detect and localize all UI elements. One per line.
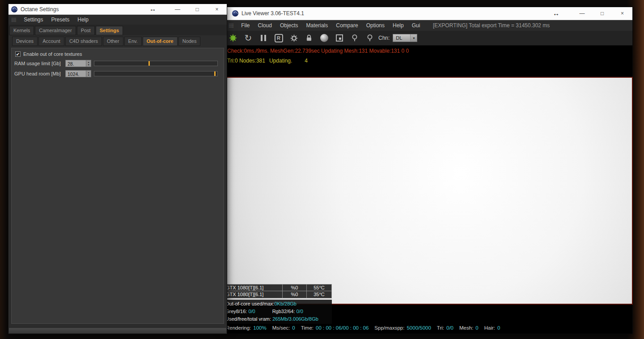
ram-usage-label: RAM usage limit [Gb]	[14, 61, 61, 66]
node-status-text: Tri:0 Nodes:381Updating.4	[227, 58, 632, 64]
restart-icon: R	[275, 34, 283, 42]
gpu-name: GTX 1080[T][6.1]	[225, 285, 283, 291]
gpu-stats-overlay: GTX 1080[T][6.1] %0 55°C GTX 1080[T][6.1…	[224, 284, 332, 324]
restart-button[interactable]: R	[271, 31, 286, 46]
desktop-background: Live Viewer 3.06-TEST4.1 ↔ — □ × ⣿⣿ File…	[0, 0, 644, 339]
ram-usage-spinbox[interactable]: 28. ▴▾	[65, 60, 91, 67]
render-viewport[interactable]	[224, 77, 633, 305]
gpu-headroom-slider[interactable]	[94, 71, 218, 76]
tab-cameraimager[interactable]: CameraImager	[35, 26, 76, 35]
window-resize-bar[interactable]	[9, 327, 226, 333]
node-counts: Tri:0 Nodes:381	[227, 58, 265, 64]
time-segment: Time:00 : 00 : 06/00 : 00 : 06	[301, 325, 369, 331]
menu-grip-icon[interactable]: ⣿⣿	[11, 17, 16, 22]
subtab-out-of-core[interactable]: Out-of-core	[143, 37, 178, 46]
vram-value: 265Mb/3.006Gb/8Gb	[272, 316, 318, 322]
live-viewer-titlebar[interactable]: Live Viewer 3.06-TEST4.1 ↔ — □ ×	[224, 7, 632, 20]
octane-settings-titlebar[interactable]: Octane Settings ↔ — □ ×	[8, 4, 227, 15]
gpu-headroom-spinbox[interactable]: 1024. ▴▾	[65, 70, 91, 77]
octane-render-button[interactable]	[225, 31, 241, 46]
gpu-headroom-label: GPU head room [Mb]	[14, 71, 61, 76]
tab-settings[interactable]: Settings	[96, 26, 123, 35]
minimize-button[interactable]: —	[572, 7, 592, 20]
enable-out-of-core-checkbox[interactable]: ✔	[15, 51, 21, 57]
ram-usage-slider[interactable]	[94, 61, 218, 66]
gpu-table: GTX 1080[T][6.1] %0 55°C GTX 1080[T][6.1…	[224, 284, 332, 298]
subtab-other[interactable]: Other	[103, 37, 123, 46]
gpu-load: %0	[283, 285, 307, 291]
enable-out-of-core-row: ✔ Enable out of core textures	[15, 51, 82, 57]
live-viewer-window: Live Viewer 3.06-TEST4.1 ↔ — □ × ⣿⣿ File…	[224, 7, 633, 334]
settings-button[interactable]	[286, 31, 301, 46]
resize-cursor-icon: ↔	[149, 5, 156, 13]
window-title: Octane Settings	[21, 6, 59, 13]
maximize-button[interactable]: □	[187, 4, 207, 14]
subtab-env[interactable]: Env.	[124, 37, 142, 46]
render-region-icon	[336, 34, 343, 42]
render-region-button[interactable]	[332, 31, 347, 46]
menu-materials[interactable]: Materials	[302, 22, 332, 29]
rgb-label: Rgb32/64:	[272, 309, 295, 314]
live-viewer-toolbar: ↻ R	[224, 31, 632, 46]
slider-handle[interactable]	[148, 61, 150, 66]
checkbox-label: Enable out of core textures	[23, 51, 82, 57]
menu-settings[interactable]: Settings	[20, 17, 47, 23]
channel-dropdown[interactable]: DL ▼	[393, 34, 417, 42]
settings-subtabs: Devices Account C4D shaders Other Env. O…	[8, 35, 227, 46]
mesh-segment: Mesh:0	[459, 325, 479, 331]
channel-label: Chn:	[378, 35, 390, 41]
lock-resolution-button[interactable]	[301, 31, 317, 46]
octane-logo-icon	[228, 33, 238, 43]
ram-usage-row: RAM usage limit [Gb] 28. ▴▾	[12, 60, 224, 67]
menu-cloud[interactable]: Cloud	[254, 22, 276, 29]
rendering-segment: Rendering:100%	[226, 325, 267, 331]
refresh-icon: ↻	[245, 33, 252, 43]
menu-help[interactable]: Help	[389, 22, 408, 29]
export-status-text: [EXPORTING] Total export Time = 31450.30…	[433, 22, 550, 29]
spinner-arrows-icon[interactable]: ▴▾	[86, 60, 91, 67]
material-picker-pin-icon	[365, 33, 374, 42]
pause-icon	[261, 35, 266, 41]
menu-options[interactable]: Options	[362, 22, 389, 29]
slider-handle[interactable]	[214, 71, 216, 76]
chevron-down-icon: ▼	[410, 34, 417, 42]
update-count: 4	[305, 58, 308, 64]
octane-settings-window: Octane Settings ↔ — □ × ⣿⣿ Settings Pres…	[8, 4, 227, 334]
material-picker-button[interactable]	[362, 31, 377, 46]
menu-objects[interactable]: Objects	[276, 22, 302, 29]
menu-gui[interactable]: Gui	[408, 22, 424, 29]
minimize-button[interactable]: —	[168, 4, 187, 14]
gpu-temp: 55°C	[307, 285, 331, 291]
subtab-devices[interactable]: Devices	[12, 37, 38, 46]
gpu-headroom-value: 1024.	[66, 71, 86, 77]
focus-picker-button[interactable]	[347, 31, 362, 46]
menu-grip-icon[interactable]: ⣿⣿	[229, 23, 233, 28]
maximize-button[interactable]: □	[592, 7, 612, 20]
vram-row: Used/free/total vram: 265Mb/3.006Gb/8Gb	[225, 315, 330, 323]
menu-presets[interactable]: Presets	[47, 17, 74, 23]
tri-segment: Tri:0/0	[437, 325, 453, 331]
octane-app-icon	[232, 10, 238, 17]
refresh-button[interactable]: ↻	[241, 31, 256, 46]
hair-segment: Hair:0	[484, 325, 500, 331]
menu-file[interactable]: File	[237, 22, 254, 29]
out-of-core-row: Out-of-core used/max:0Kb/28Gb	[225, 300, 330, 308]
close-button[interactable]: ×	[612, 7, 632, 20]
tab-post[interactable]: Post	[77, 26, 95, 35]
subtab-c4d-shaders[interactable]: C4D shaders	[65, 37, 102, 46]
material-preview-button[interactable]	[317, 31, 332, 46]
subtab-nodes[interactable]: Nodes	[178, 37, 201, 46]
pause-button[interactable]	[256, 31, 271, 46]
spinner-arrows-icon[interactable]: ▴▾	[86, 71, 91, 77]
channel-selected-value: DL	[393, 35, 410, 41]
close-button[interactable]: ×	[207, 4, 227, 14]
rgb-value: 0/0	[297, 309, 303, 314]
material-sphere-icon	[320, 34, 328, 42]
tab-kernels[interactable]: Kernels	[9, 26, 34, 35]
menu-help[interactable]: Help	[73, 17, 93, 23]
octane-settings-menubar: ⣿⣿ Settings Presets Help	[8, 15, 227, 25]
vram-label: Used/free/total vram:	[225, 316, 271, 322]
menu-compare[interactable]: Compare	[332, 22, 362, 29]
lock-icon	[305, 33, 314, 42]
subtab-account[interactable]: Account	[38, 37, 64, 46]
